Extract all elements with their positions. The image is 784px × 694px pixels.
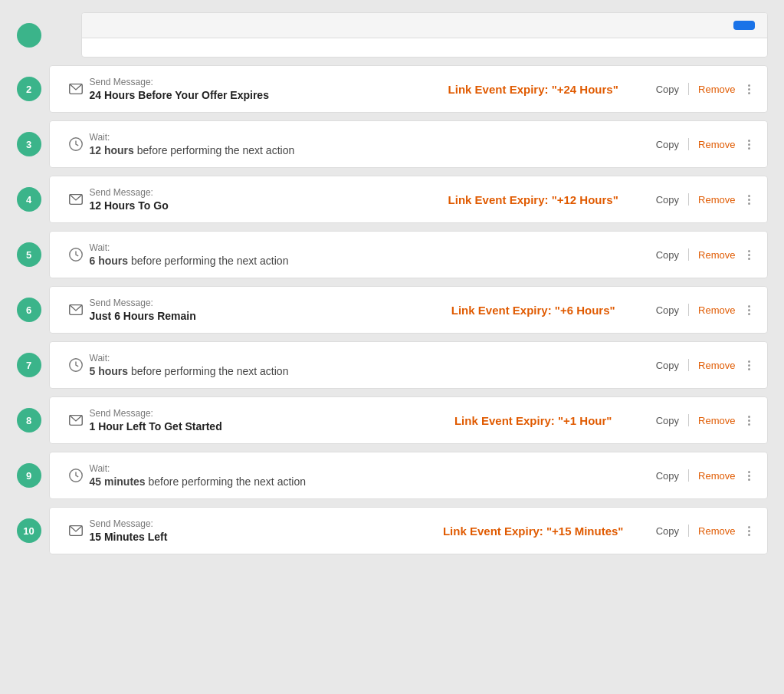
mail-icon [62, 522, 90, 539]
more-options-button-6[interactable] [743, 302, 755, 318]
link-event-6: Link Event Expiry: "+6 Hours" [434, 304, 633, 317]
workflow-container: 2 Send Message:24 Hours Before Your Offe… [17, 12, 768, 554]
step-row-6: 6 Send Message:Just 6 Hours RemainLink E… [17, 286, 768, 334]
copy-button-5[interactable]: Copy [648, 246, 687, 264]
copy-button-2[interactable]: Copy [648, 81, 687, 98]
more-options-button-7[interactable] [743, 357, 755, 373]
step-card-10: Send Message:15 Minutes LeftLink Event E… [49, 507, 768, 554]
action-divider [688, 359, 689, 371]
step-label-8: Send Message: [90, 408, 434, 419]
copy-button-9[interactable]: Copy [648, 467, 687, 485]
clock-icon [62, 467, 90, 484]
copy-button-7[interactable]: Copy [648, 357, 687, 374]
remove-button-8[interactable]: Remove [691, 412, 743, 429]
action-divider [688, 469, 689, 482]
header-body [82, 38, 767, 57]
clock-icon [62, 357, 90, 373]
step-name-7: 5 hours before performing the next actio… [90, 365, 648, 377]
step-circle-7: 7 [17, 353, 41, 377]
step-row-2: 2 Send Message:24 Hours Before Your Offe… [17, 65, 768, 113]
remove-button-7[interactable]: Remove [691, 357, 743, 374]
remove-button-9[interactable]: Remove [691, 467, 743, 485]
action-divider [688, 525, 689, 537]
more-options-button-4[interactable] [743, 192, 755, 208]
replace-trigger-button[interactable] [733, 21, 755, 30]
step-actions-8: CopyRemove [648, 412, 755, 429]
step-name-8: 1 Hour Left To Get Started [90, 420, 434, 433]
step-info-8: Send Message:1 Hour Left To Get Started [90, 408, 434, 433]
step-label-6: Send Message: [90, 298, 434, 308]
steps-container: 2 Send Message:24 Hours Before Your Offe… [17, 65, 768, 554]
step-label-3: Wait: [90, 132, 648, 143]
step-card-9: Wait:45 minutes before performing the ne… [49, 452, 768, 499]
step-actions-4: CopyRemove [648, 191, 755, 209]
step-info-3: Wait:12 hours before performing the next… [90, 132, 648, 156]
more-options-button-8[interactable] [743, 413, 755, 429]
copy-button-6[interactable]: Copy [648, 301, 687, 319]
step-label-9: Wait: [90, 463, 648, 474]
step-label-4: Send Message: [90, 187, 434, 198]
step-info-6: Send Message:Just 6 Hours Remain [90, 298, 434, 322]
link-event-2: Link Event Expiry: "+24 Hours" [434, 83, 633, 96]
action-divider [688, 248, 689, 261]
step-name-3: 12 hours before performing the next acti… [90, 144, 648, 156]
step-name-4: 12 Hours To Go [90, 199, 434, 212]
step-circle-4: 4 [17, 187, 41, 212]
action-divider [688, 414, 689, 426]
action-divider [688, 193, 689, 206]
action-divider [688, 304, 689, 316]
more-options-button-9[interactable] [743, 468, 755, 484]
step-label-2: Send Message: [90, 77, 434, 87]
copy-button-3[interactable]: Copy [648, 136, 687, 153]
step-name-9: 45 minutes before performing the next ac… [90, 475, 648, 488]
step-info-4: Send Message:12 Hours To Go [90, 187, 434, 212]
more-options-button-5[interactable] [743, 247, 755, 263]
link-event-8: Link Event Expiry: "+1 Hour" [434, 414, 633, 427]
remove-button-2[interactable]: Remove [691, 81, 743, 98]
step-card-3: Wait:12 hours before performing the next… [49, 120, 768, 168]
step-actions-3: CopyRemove [648, 136, 755, 153]
step-row-1 [17, 12, 768, 58]
step-info-5: Wait:6 hours before performing the next … [90, 242, 648, 267]
step-actions-2: CopyRemove [648, 81, 755, 98]
action-divider [688, 83, 689, 95]
step-card-6: Send Message:Just 6 Hours RemainLink Eve… [49, 286, 768, 334]
step-name-10: 15 Minutes Left [90, 531, 434, 543]
header-top [82, 13, 767, 38]
remove-button-3[interactable]: Remove [691, 136, 743, 153]
remove-button-5[interactable]: Remove [691, 246, 743, 264]
more-options-button-2[interactable] [743, 81, 755, 97]
mail-icon [62, 412, 90, 429]
step-card-4: Send Message:12 Hours To GoLink Event Ex… [49, 176, 768, 223]
remove-button-10[interactable]: Remove [691, 522, 743, 540]
step-row-7: 7 Wait:5 hours before performing the nex… [17, 341, 768, 389]
step-circle-8: 8 [17, 408, 41, 433]
copy-button-4[interactable]: Copy [648, 191, 687, 209]
more-options-button-3[interactable] [743, 136, 755, 153]
step-name-6: Just 6 Hours Remain [90, 310, 434, 322]
clock-icon [62, 136, 90, 153]
more-options-button-10[interactable] [743, 523, 755, 539]
step-label-10: Send Message: [90, 518, 434, 529]
step-actions-7: CopyRemove [648, 357, 755, 374]
step-info-7: Wait:5 hours before performing the next … [90, 353, 648, 377]
step-row-4: 4 Send Message:12 Hours To GoLink Event … [17, 176, 768, 223]
step-row-5: 5 Wait:6 hours before performing the nex… [17, 231, 768, 278]
clock-icon [62, 246, 90, 263]
step-actions-5: CopyRemove [648, 246, 755, 264]
step-info-2: Send Message:24 Hours Before Your Offer … [90, 77, 434, 101]
step-row-3: 3 Wait:12 hours before performing the ne… [17, 120, 768, 168]
copy-button-8[interactable]: Copy [648, 412, 687, 429]
step-actions-6: CopyRemove [648, 301, 755, 319]
remove-button-6[interactable]: Remove [691, 301, 743, 319]
step-row-9: 9 Wait:45 minutes before performing the … [17, 452, 768, 499]
link-event-4: Link Event Expiry: "+12 Hours" [434, 193, 633, 206]
step-name-2: 24 Hours Before Your Offer Expires [90, 89, 434, 101]
step-circle-3: 3 [17, 132, 41, 156]
step-actions-9: CopyRemove [648, 467, 755, 485]
header-card [81, 12, 768, 58]
copy-button-10[interactable]: Copy [648, 522, 687, 540]
step-card-8: Send Message:1 Hour Left To Get StartedL… [49, 396, 768, 444]
mail-icon [62, 191, 90, 208]
remove-button-4[interactable]: Remove [691, 191, 743, 209]
